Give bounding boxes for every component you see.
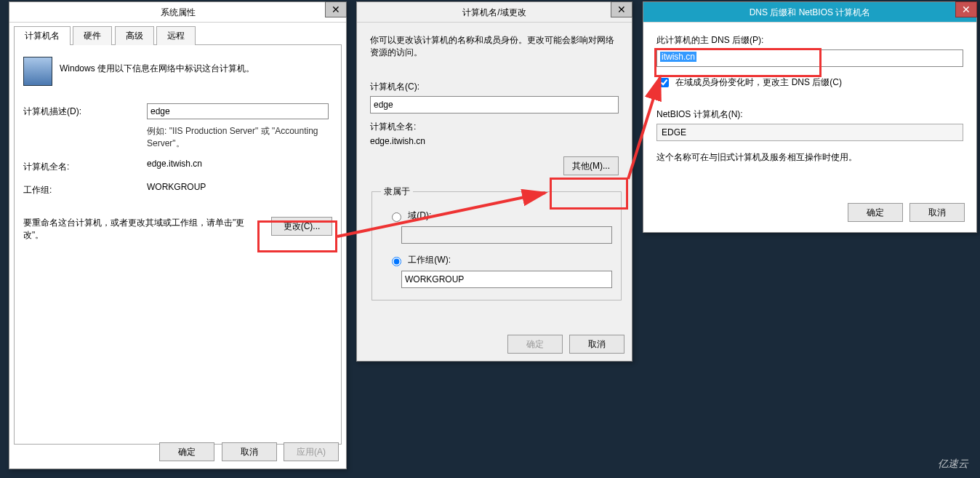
computer-name-label: 计算机名(C):	[370, 81, 619, 93]
member-of-fieldset: 隶属于 域(D): 工作组(W):	[371, 186, 622, 300]
tab-remote[interactable]: 远程	[156, 26, 196, 45]
domain-radio[interactable]	[392, 212, 401, 222]
tab-advanced[interactable]: 高级	[115, 26, 154, 45]
workgroup-value: WORKGROUP	[147, 182, 332, 192]
dns-suffix-input[interactable]: itwish.cn	[656, 49, 963, 67]
ok-button: 确定	[507, 335, 563, 354]
cancel-button[interactable]: 取消	[569, 335, 624, 354]
computer-description-input[interactable]	[147, 103, 329, 119]
dns-suffix-netbios-dialog: DNS 后缀和 NetBIOS 计算机名 ✕ 此计算机的主 DNS 后缀(P):…	[643, 1, 977, 233]
cancel-button[interactable]: 取消	[222, 442, 277, 461]
desc-label: 计算机描述(D):	[23, 103, 147, 118]
dialog-body: 此计算机的主 DNS 后缀(P): itwish.cn 在域成员身份变化时，更改…	[643, 23, 976, 232]
dns-suffix-value: itwish.cn	[660, 52, 696, 62]
cancel-button[interactable]: 取消	[909, 203, 965, 222]
system-properties-dialog: 系统属性 ✕ 计算机名 硬件 高级 远程 Windows 使用以下信息在网络中标…	[9, 1, 347, 469]
change-suffix-label: 在域成员身份变化时，更改主 DNS 后缀(C)	[675, 77, 842, 87]
title-text: 系统属性	[161, 7, 196, 17]
intro-text: Windows 使用以下信息在网络中标识这台计算机。	[60, 57, 254, 75]
tab-panel: Windows 使用以下信息在网络中标识这台计算机。 计算机描述(D): 例如:…	[14, 44, 342, 445]
tab-computer-name[interactable]: 计算机名	[14, 26, 71, 45]
titlebar: 计算机名/域更改 ✕	[357, 2, 632, 23]
computer-icon	[23, 57, 52, 86]
dialog-body: 你可以更改该计算机的名称和成员身份。更改可能会影响对网络资源的访问。 计算机名(…	[357, 23, 632, 312]
apply-button: 应用(A)	[284, 442, 339, 461]
close-icon[interactable]: ✕	[325, 1, 347, 17]
title-text: 计算机名/域更改	[462, 7, 526, 17]
change-suffix-checkbox[interactable]	[659, 78, 669, 87]
dialog-buttons: 确定 取消	[503, 335, 624, 354]
close-icon[interactable]: ✕	[611, 1, 632, 17]
computer-name-domain-change-dialog: 计算机名/域更改 ✕ 你可以更改该计算机的名称和成员身份。更改可能会影响对网络资…	[356, 1, 632, 362]
fullname-label: 计算机全名:	[23, 159, 147, 173]
titlebar: DNS 后缀和 NetBIOS 计算机名 ✕	[643, 2, 976, 23]
tab-strip: 计算机名 硬件 高级 远程	[14, 25, 342, 44]
watermark: 亿速云	[938, 458, 968, 471]
fieldset-legend: 隶属于	[381, 186, 413, 198]
ok-button[interactable]: 确定	[848, 203, 903, 222]
fullname-value: edge.itwish.cn	[370, 136, 619, 146]
computer-name-input[interactable]	[370, 96, 619, 113]
dialog-buttons: 确定 取消	[843, 203, 965, 222]
netbios-label: NetBIOS 计算机名(N):	[656, 108, 963, 121]
compat-note: 这个名称可在与旧式计算机及服务相互操作时使用。	[656, 151, 963, 164]
dialog-buttons: 确定 取消 应用(A)	[155, 442, 339, 461]
rename-hint: 要重命名这台计算机，或者更改其域或工作组，请单击"更改"。	[23, 217, 267, 242]
workgroup-radio[interactable]	[392, 257, 401, 266]
tab-hardware[interactable]: 硬件	[73, 26, 112, 45]
fullname-label: 计算机全名:	[370, 121, 619, 133]
intro-text: 你可以更改该计算机的名称和成员身份。更改可能会影响对网络资源的访问。	[370, 34, 619, 59]
domain-input[interactable]	[401, 226, 612, 244]
domain-radio-label: 域(D):	[408, 210, 431, 220]
close-icon[interactable]: ✕	[955, 1, 977, 17]
titlebar: 系统属性 ✕	[9, 2, 346, 23]
workgroup-input[interactable]	[401, 271, 612, 288]
workgroup-label: 工作组:	[23, 182, 147, 196]
title-text: DNS 后缀和 NetBIOS 计算机名	[750, 7, 871, 17]
netbios-value: EDGE	[656, 124, 963, 141]
change-button[interactable]: 更改(C)...	[271, 217, 332, 236]
dns-suffix-label: 此计算机的主 DNS 后缀(P):	[656, 34, 963, 47]
ok-button[interactable]: 确定	[159, 442, 214, 461]
desc-hint: 例如: "IIS Production Server" 或 "Accountin…	[147, 125, 332, 150]
workgroup-radio-label: 工作组(W):	[408, 255, 451, 265]
more-button[interactable]: 其他(M)...	[563, 156, 619, 175]
fullname-value: edge.itwish.cn	[147, 159, 332, 169]
